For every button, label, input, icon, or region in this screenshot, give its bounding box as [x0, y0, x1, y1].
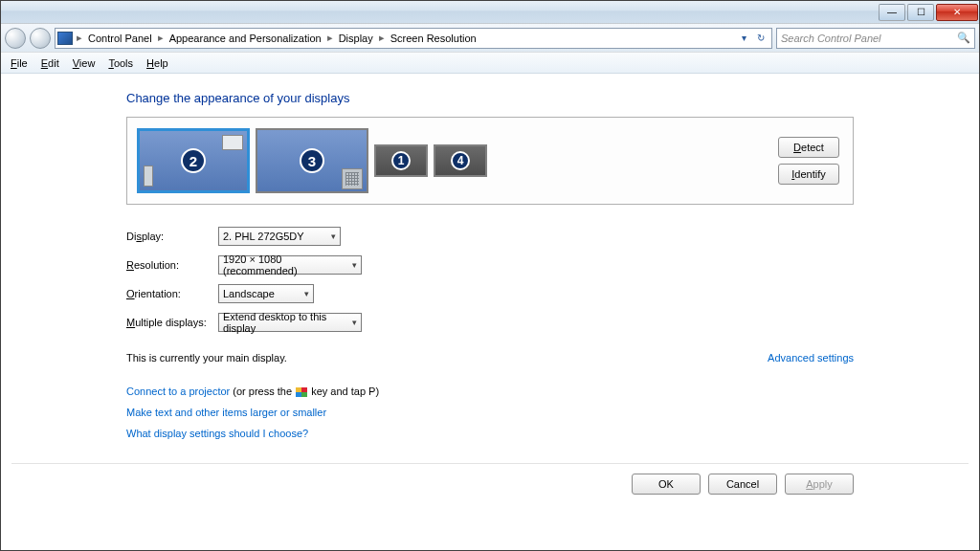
display-select-value: 2. PHL 272G5DY [223, 231, 304, 242]
maximize-button[interactable]: ☐ [907, 4, 934, 21]
minimize-button[interactable]: — [879, 4, 905, 21]
dialog-buttons: OK Cancel Apply [126, 464, 854, 495]
resolution-select-value: 1920 × 1080 (recommended) [223, 253, 344, 276]
page-title: Change the appearance of your displays [126, 91, 854, 105]
refresh-icon[interactable]: ↻ [752, 30, 769, 47]
detect-button[interactable]: Detect [778, 137, 839, 158]
menu-edit[interactable]: Edit [35, 55, 65, 71]
help-links: Connect to a projector (or press the key… [126, 381, 854, 444]
display-arrangement-box[interactable]: 2 3 1 4 Detect Identify [126, 117, 854, 205]
orientation-select[interactable]: Landscape [218, 284, 314, 303]
display-settings-form: Display: 2. PHL 272G5DY Resolution: 1920… [126, 222, 854, 337]
address-dropdown-icon[interactable]: ▾ [735, 30, 752, 47]
address-tools: ▾ ↻ [735, 30, 769, 47]
navigation-bar: ▸ Control Panel ▸ Appearance and Persona… [1, 24, 979, 53]
close-button[interactable]: ✕ [936, 4, 978, 21]
back-button[interactable] [5, 28, 26, 49]
display-select[interactable]: 2. PHL 272G5DY [218, 227, 341, 246]
advanced-settings-link[interactable]: Advanced settings [768, 352, 854, 364]
windows-key-icon [296, 387, 307, 397]
monitor-number-badge: 4 [451, 151, 470, 170]
monitor-number-badge: 3 [300, 148, 324, 173]
breadcrumb-sep-icon: ▸ [156, 32, 166, 44]
forward-button[interactable] [30, 28, 51, 49]
taskbar-preview-icon [144, 165, 153, 187]
titlebar: — ☐ ✕ [1, 1, 979, 24]
monitor-1[interactable]: 1 [374, 144, 428, 177]
breadcrumb-appearance[interactable]: Appearance and Personalization [167, 33, 323, 44]
cancel-button[interactable]: Cancel [708, 474, 777, 495]
breadcrumb-display[interactable]: Display [337, 33, 375, 44]
monitor-4[interactable]: 4 [434, 144, 487, 177]
breadcrumb-sep-icon: ▸ [377, 32, 387, 44]
multiple-displays-select-value: Extend desktop to this display [223, 311, 344, 334]
address-bar[interactable]: ▸ Control Panel ▸ Appearance and Persona… [55, 28, 772, 49]
ok-button[interactable]: OK [632, 474, 701, 495]
main-display-text: This is currently your main display. [126, 352, 287, 364]
connect-projector-link[interactable]: Connect to a projector [126, 386, 230, 397]
multiple-displays-label: Multiple displays: [126, 317, 218, 328]
monitor-3[interactable]: 3 [256, 128, 368, 193]
taskbar-preview-icon [342, 168, 363, 189]
detect-identify-group: Detect Identify [778, 137, 845, 185]
minimize-icon: — [887, 7, 897, 17]
maximize-icon: ☐ [917, 7, 925, 17]
orientation-select-value: Landscape [223, 288, 275, 299]
close-icon: ✕ [953, 7, 961, 17]
resolution-select[interactable]: 1920 × 1080 (recommended) [218, 255, 362, 275]
breadcrumb-sep-icon: ▸ [75, 32, 84, 44]
monitor-number-badge: 1 [391, 151, 411, 170]
breadcrumb-screen-resolution[interactable]: Screen Resolution [389, 33, 479, 44]
resolution-label: Resolution: [126, 259, 218, 271]
taskbar-preview-icon [222, 135, 243, 150]
which-settings-link[interactable]: What display settings should I choose? [126, 428, 308, 439]
display-label: Display: [126, 231, 218, 242]
menu-view[interactable]: View [67, 55, 101, 71]
menu-bar: File Edit View Tools Help [1, 53, 979, 74]
multiple-displays-select[interactable]: Extend desktop to this display [218, 313, 362, 332]
menu-file[interactable]: File [5, 55, 33, 71]
main-display-row: This is currently your main display. Adv… [126, 352, 854, 364]
screen-resolution-window: — ☐ ✕ ▸ Control Panel ▸ Appearance and P… [0, 0, 980, 551]
search-placeholder: Search Control Panel [781, 33, 881, 44]
monitor-2[interactable]: 2 [137, 128, 250, 193]
content-area: Change the appearance of your displays 2… [1, 74, 979, 550]
breadcrumb-sep-icon: ▸ [325, 32, 335, 44]
identify-button[interactable]: Identify [778, 164, 839, 185]
apply-button[interactable]: Apply [785, 474, 854, 495]
projector-hint-a: (or press the [230, 386, 295, 397]
projector-hint-b: key and tap P) [308, 386, 379, 397]
text-size-link[interactable]: Make text and other items larger or smal… [126, 407, 326, 418]
monitor-number-badge: 2 [181, 148, 206, 173]
search-input[interactable]: Search Control Panel 🔍 [776, 28, 975, 49]
breadcrumb-control-panel[interactable]: Control Panel [86, 33, 154, 44]
window-controls: — ☐ ✕ [879, 4, 979, 21]
menu-help[interactable]: Help [141, 55, 174, 71]
search-icon: 🔍 [957, 32, 970, 44]
menu-tools[interactable]: Tools [102, 55, 139, 71]
orientation-label: Orientation: [126, 288, 218, 299]
control-panel-icon [57, 32, 73, 45]
